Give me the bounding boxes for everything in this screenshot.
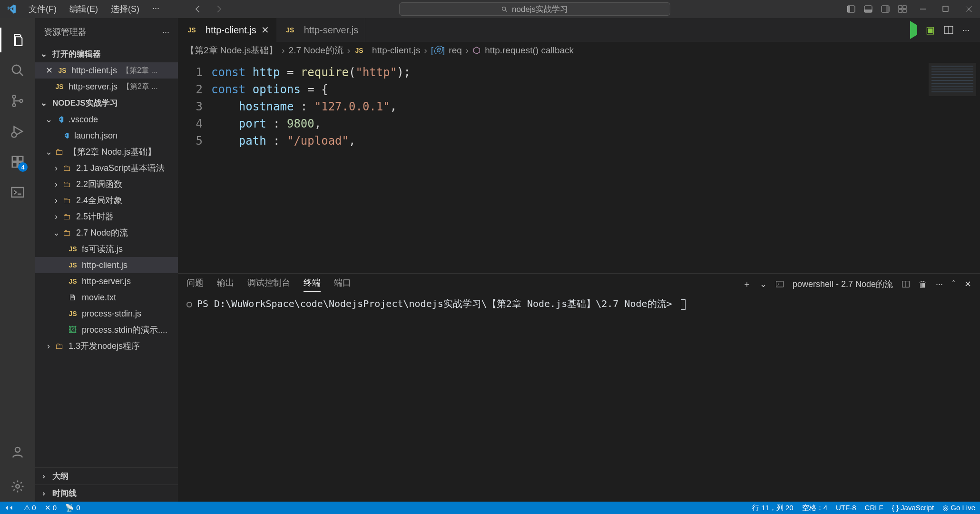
activity-extensions-icon[interactable]: 4 [0, 147, 35, 177]
tab-close-icon[interactable]: ✕ [261, 24, 269, 36]
svg-rect-7 [899, 6, 902, 9]
folder-icon: 🗀 [62, 195, 72, 206]
panel-tab-ports[interactable]: 端口 [334, 277, 351, 291]
file-hint: 【第2章 ... [122, 82, 158, 92]
open-editor-row[interactable]: ✕ JS http-client.js 【第2章 ... [35, 62, 178, 79]
activity-account-icon[interactable] [0, 437, 35, 467]
panel-more-icon[interactable]: ··· [936, 279, 943, 289]
open-editors-header[interactable]: ⌄ 打开的编辑器 [35, 46, 178, 62]
svg-rect-20 [18, 157, 23, 161]
js-file-icon: JS [68, 308, 78, 319]
toggle-panel-bottom-icon[interactable] [863, 4, 873, 14]
sidebar-more-icon[interactable]: ··· [162, 27, 169, 37]
tree-folder[interactable]: ›🗀1.3开发nodejs程序 [35, 338, 178, 354]
open-editor-row[interactable]: JS http-server.js 【第2章 ... [35, 79, 178, 95]
panel-tab-terminal[interactable]: 终端 [304, 277, 321, 292]
toggle-panel-right-icon[interactable] [880, 4, 891, 14]
split-editor-icon[interactable] [943, 25, 954, 35]
window-minimize-icon[interactable] [911, 0, 934, 18]
status-errors[interactable]: ⚠ 0 [24, 504, 36, 512]
new-terminal-icon[interactable]: ＋ [743, 278, 751, 290]
timeline-section[interactable]: › 时间线 [35, 484, 178, 502]
customize-layout-icon[interactable] [897, 4, 908, 14]
outline-section[interactable]: › 大纲 [35, 467, 178, 484]
menu-select[interactable]: 选择(S) [105, 1, 145, 17]
tree-folder[interactable]: ⌄🗀【第2章 Node.js基础】 [35, 144, 178, 160]
menu-more[interactable]: ··· [147, 1, 165, 17]
tree-folder[interactable]: ›🗀2.1 JavaScript基本语法 [35, 160, 178, 176]
workspace-header[interactable]: ⌄ NODEJS实战学习 [35, 95, 178, 111]
breadcrumb-item[interactable]: http.request() callback [485, 45, 574, 56]
tree-file[interactable]: JShttp-server.js [35, 273, 178, 289]
status-eol[interactable]: CRLF [865, 504, 883, 513]
android-icon[interactable]: ▣ [926, 24, 935, 36]
tree-file[interactable]: JSfs可读流.js [35, 241, 178, 257]
panel-close-icon[interactable]: ✕ [964, 279, 971, 289]
terminal-body[interactable]: PS D:\WuWorkSpace\code\NodejsProject\nod… [178, 295, 980, 502]
breadcrumb-item[interactable]: 【第2章 Node.js基础】 [186, 44, 278, 57]
window-maximize-icon[interactable] [934, 0, 957, 18]
svg-point-23 [16, 484, 20, 488]
chevron-right-icon: › [51, 212, 61, 221]
tree-file[interactable]: 🗎movie.txt [35, 289, 178, 306]
code-content[interactable]: const http = require("http"); const opti… [211, 59, 980, 273]
tree-folder[interactable]: ›🗀2.5计时器 [35, 208, 178, 225]
status-bar: ⚠ 0 ✕ 0 📡 0 行 11，列 20 空格：4 UTF-8 CRLF { … [0, 502, 980, 514]
js-file-icon: JS [54, 81, 65, 92]
editor-tab[interactable]: JS http-server.js [276, 18, 365, 42]
status-remote-icon[interactable] [5, 504, 15, 512]
chevron-down-icon: ⌄ [39, 49, 49, 59]
breadcrumb-item[interactable]: 2.7 Node的流 [289, 44, 343, 57]
file-hint: 【第2章 ... [122, 66, 157, 76]
panel-tab-problems[interactable]: 问题 [186, 277, 204, 291]
panel-maximize-icon[interactable]: ˄ [951, 279, 956, 289]
tree-file[interactable]: launch.json [35, 128, 178, 144]
tree-folder[interactable]: ›🗀2.2回调函数 [35, 176, 178, 192]
tree-folder[interactable]: ⌄.vscode [35, 111, 178, 128]
breadcrumb-item[interactable]: http-client.js [372, 45, 420, 56]
run-button-icon[interactable] [910, 25, 917, 35]
folder-icon: 🗀 [62, 179, 72, 189]
menu-file[interactable]: 文件(F) [23, 1, 62, 17]
status-golive[interactable]: ◎ Go Live [942, 504, 975, 513]
status-port[interactable]: 📡 0 [65, 504, 80, 512]
activity-search-icon[interactable] [0, 55, 35, 86]
nav-forward-icon[interactable] [214, 4, 223, 14]
chevron-right-icon: › [51, 179, 61, 189]
status-encoding[interactable]: UTF-8 [836, 504, 856, 513]
activity-debug-icon[interactable] [0, 116, 35, 147]
window-close-icon[interactable] [957, 0, 980, 18]
terminal-shell-label[interactable]: powershell - 2.7 Node的流 [793, 278, 893, 290]
command-center-search[interactable]: nodejs实战学习 [399, 2, 670, 16]
tree-folder[interactable]: ⌄🗀2.7 Node的流 [35, 225, 178, 241]
activity-settings-icon[interactable] [0, 471, 35, 502]
status-language[interactable]: { } JavaScript [892, 504, 934, 513]
chevron-down-icon: ⌄ [44, 147, 53, 157]
panel-tab-output[interactable]: 输出 [217, 277, 234, 291]
nav-back-icon[interactable] [194, 4, 203, 14]
activity-explorer-icon[interactable] [0, 25, 35, 55]
tree-folder[interactable]: ›🗀2.4全局对象 [35, 192, 178, 208]
split-terminal-icon[interactable] [902, 280, 910, 288]
kill-terminal-icon[interactable]: 🗑 [919, 279, 927, 289]
status-cursor-pos[interactable]: 行 11，列 20 [752, 504, 794, 513]
folder-icon: 🗀 [54, 341, 65, 351]
code-editor[interactable]: 12345 const http = require("http"); cons… [178, 59, 980, 273]
menu-edit[interactable]: 编辑(E) [64, 1, 104, 17]
status-indent[interactable]: 空格：4 [802, 504, 827, 513]
minimap[interactable] [929, 63, 976, 96]
editor-more-icon[interactable]: ··· [962, 25, 970, 35]
activity-terminal-icon[interactable] [0, 177, 35, 208]
toggle-panel-left-icon[interactable] [846, 4, 856, 14]
tree-file[interactable]: JShttp-client.js [35, 257, 178, 273]
terminal-dropdown-icon[interactable]: ⌄ [760, 279, 767, 289]
breadcrumb-item[interactable]: req [449, 45, 461, 56]
close-icon[interactable]: ✕ [44, 65, 54, 76]
panel-tab-debugconsole[interactable]: 调试控制台 [247, 277, 290, 291]
status-warnings[interactable]: ✕ 0 [45, 504, 57, 512]
breadcrumb[interactable]: 【第2章 Node.js基础】› 2.7 Node的流› JS http-cli… [178, 42, 980, 59]
activity-scm-icon[interactable] [0, 86, 35, 116]
tree-file[interactable]: 🖼process.stdin的演示.... [35, 322, 178, 338]
tree-file[interactable]: JSprocess-stdin.js [35, 306, 178, 322]
editor-tab[interactable]: JS http-client.js ✕ [178, 18, 276, 42]
